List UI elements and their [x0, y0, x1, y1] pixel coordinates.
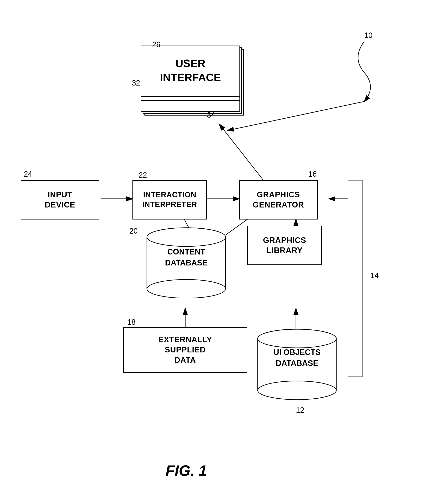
content-database-label: CONTENTDATABASE — [145, 246, 228, 268]
svg-point-22 — [258, 381, 336, 400]
input-device-box: INPUTDEVICE — [21, 180, 99, 219]
ui-objects-database-label: UI OBJECTSDATABASE — [256, 347, 338, 369]
ref-12: 12 — [296, 406, 304, 414]
svg-point-19 — [147, 228, 225, 246]
graphics-generator-box: GRAPHICSGENERATOR — [239, 180, 318, 219]
ref-32: 32 — [132, 79, 140, 87]
graphics-library-label: GRAPHICSLIBRARY — [263, 235, 306, 256]
ref-14: 14 — [370, 271, 379, 280]
ref-34: 34 — [207, 111, 215, 120]
externally-supplied-data-label: EXTERNALLYSUPPLIEDDATA — [158, 335, 212, 365]
figure-caption: FIG. 1 — [166, 462, 207, 479]
svg-line-14 — [228, 101, 364, 130]
interaction-interpreter-box: INTERACTIONINTERPRETER — [133, 180, 207, 219]
graphics-library-box: GRAPHICSLIBRARY — [247, 226, 322, 265]
diagram: USERINTERFACE 26 32 34 INPUTDEVICE 24 IN… — [0, 0, 446, 504]
ui-objects-database-cylinder: UI OBJECTSDATABASE — [256, 327, 338, 400]
ref-18: 18 — [127, 318, 136, 326]
svg-point-17 — [147, 280, 225, 298]
ref-26: 26 — [152, 40, 160, 49]
svg-point-24 — [258, 329, 336, 348]
svg-line-9 — [219, 124, 265, 182]
externally-supplied-data-box: EXTERNALLYSUPPLIEDDATA — [123, 327, 247, 373]
ref-24: 24 — [24, 170, 32, 179]
ref-22: 22 — [139, 171, 147, 180]
ref-10: 10 — [364, 31, 373, 40]
interaction-interpreter-label: INTERACTIONINTERPRETER — [142, 190, 197, 210]
ref-16: 16 — [308, 170, 317, 179]
input-device-label: INPUTDEVICE — [45, 190, 75, 210]
ref-20: 20 — [129, 227, 138, 235]
user-interface-label: USERINTERFACE — [141, 46, 240, 95]
content-database-cylinder: CONTENTDATABASE — [145, 226, 228, 298]
graphics-generator-label: GRAPHICSGENERATOR — [253, 190, 304, 210]
